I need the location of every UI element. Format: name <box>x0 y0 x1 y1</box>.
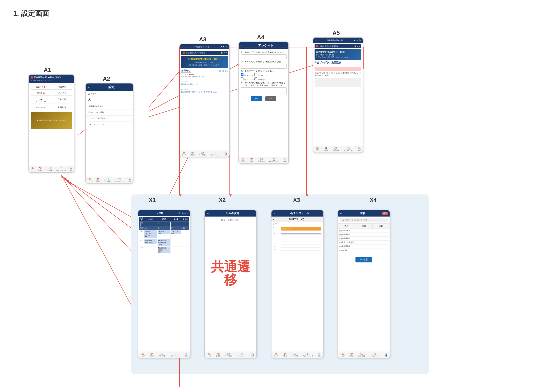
x1-date-nav-right[interactable]: › <box>188 212 188 214</box>
nav-schedule[interactable]: 📅詳程表 <box>250 158 253 163</box>
nav-now[interactable]: 💬只今の演題 <box>46 167 52 171</box>
x4-cat-name[interactable]: 氏名 <box>338 224 355 229</box>
a4-send-button[interactable]: 送信 <box>251 96 262 101</box>
x4-search-placeholder[interactable]: 検索ワードを入力してください <box>345 219 369 221</box>
nav-schedule[interactable]: 📅詳程表 <box>283 353 287 357</box>
a1-menu-item[interactable]: ブックマーク <box>31 105 51 110</box>
nav-top[interactable]: 🏠トップ <box>315 147 319 152</box>
a3-news-link[interactable]: 一覧はこちら <box>217 70 228 72</box>
a5-back-icon[interactable]: ← <box>315 39 318 42</box>
nav-my[interactable]: 📋Myスケジュール <box>115 178 124 182</box>
x1-date-nav-left[interactable]: ‹ <box>177 212 177 214</box>
nav-search[interactable]: 🔍検索 <box>224 152 227 156</box>
nav-schedule[interactable]: 📅詳程表 <box>324 147 328 152</box>
a4-q3-opt2[interactable]: かわらない <box>254 73 266 77</box>
a3-news-text-1[interactable]: 会議室の中込を開始しました。 <box>181 75 228 78</box>
nav-my[interactable]: 📋Myスケジュール <box>170 353 180 357</box>
nav-now[interactable]: 💬只今の演題 <box>258 158 265 163</box>
x4-tag-d[interactable]: (D)環境・衛系薬学 <box>338 240 390 245</box>
nav-top[interactable]: 🏠トップ <box>182 152 186 156</box>
a5-next-icon[interactable]: ► <box>356 39 358 41</box>
nav-now[interactable]: 💬只今の演題 <box>104 178 110 182</box>
x1-event[interactable]: 一般シンポAL/10 <box>158 230 170 234</box>
x3-event2[interactable] <box>281 233 321 234</box>
x1-back-icon[interactable]: ← <box>140 211 143 215</box>
nav-my[interactable]: 📋Myスケジュール <box>370 353 380 357</box>
nav-search[interactable]: 🔍検索 <box>283 158 286 163</box>
a1-menu-item[interactable]: 出展社一覧 <box>52 105 72 110</box>
x4-search-button[interactable]: 🔍 検索 <box>355 257 372 262</box>
nav-my[interactable]: 📋Myスケジュール <box>303 353 313 357</box>
a1-menu-item[interactable]: お知らせ <box>31 85 51 90</box>
nav-my[interactable]: 📋Myスケジュール <box>237 353 246 357</box>
nav-now[interactable]: 💬只今の演題 <box>292 353 298 357</box>
nav-now[interactable]: 💬只今の演題 <box>159 353 165 357</box>
nav-schedule[interactable]: 📅詳程表 <box>216 353 220 357</box>
x4-tag-a[interactable]: (A)化学系薬学 <box>338 229 390 233</box>
x4-tag-c[interactable]: (C)生物系薬学 <box>338 237 390 240</box>
x2-back-icon[interactable]: ← <box>207 212 209 215</box>
a2-back-icon[interactable]: ← <box>88 86 90 89</box>
x3-prev-date[interactable]: ‹ <box>273 218 274 221</box>
a4-q3-opt1[interactable]: 使いやすい <box>241 73 253 77</box>
nav-schedule[interactable]: 📅詳程表 <box>350 353 353 357</box>
x3-back-icon[interactable]: ← <box>273 212 276 215</box>
nav-search[interactable]: 🔍検索 <box>385 353 387 357</box>
a3-news-text-3[interactable]: 軽症傾向向け講演ハイライトを掲載しました。 <box>181 91 228 93</box>
a2-website-item[interactable]: 138年会 Webサイト › <box>86 103 133 109</box>
a4-q3-opt4[interactable]: わからない <box>254 77 266 81</box>
nav-top[interactable]: 🏠トップ <box>340 353 345 357</box>
x4-cat-title[interactable]: 演題 <box>372 224 390 229</box>
a2-survey-item[interactable]: アンケートのお願い › <box>86 109 133 115</box>
a4-q4-input[interactable] <box>241 87 287 94</box>
x4-back-icon[interactable]: ← <box>340 212 342 215</box>
x1-event[interactable]: 実践英語演習講演表 S小雨 5 <box>158 247 170 253</box>
nav-schedule[interactable]: 📅詳程表 <box>38 167 42 171</box>
a1-menu-item[interactable]: 会場案内 <box>52 85 72 90</box>
nav-search[interactable]: 🔍検索 <box>185 353 188 357</box>
x1-event[interactable]: 実践英語演習講演表 AL/15 <box>144 239 157 244</box>
a5-prev-icon[interactable]: ◄ <box>353 39 355 41</box>
nav-my[interactable]: 📋Myスケジュール <box>269 158 279 163</box>
a3-back-icon[interactable]: ← <box>181 45 184 48</box>
nav-schedule[interactable]: 📅詳程表 <box>96 178 100 182</box>
a5-refresh-icon[interactable]: ↻ <box>359 39 361 41</box>
a3-prev-icon[interactable]: ◄ <box>220 46 222 48</box>
a3-news-text-2[interactable]: 宿泊受付を開始しました。 <box>181 83 228 86</box>
a4-back-icon[interactable]: ← <box>241 44 244 48</box>
nav-schedule[interactable]: 📅詳程表 <box>190 152 194 156</box>
a3-refresh-icon[interactable]: ↻ <box>226 46 228 48</box>
nav-top[interactable]: 🏠トップ <box>88 178 92 182</box>
x1-event[interactable]: 実践英語演習講演表 AL/15小雨 5 <box>158 239 170 246</box>
nav-search[interactable]: 🔍検索 <box>358 147 360 152</box>
x3-event1[interactable]: 山田薬実 PL <box>281 227 321 230</box>
a2-errata-item[interactable]: プログラム集正誤表 › <box>86 115 133 122</box>
x4-tag-e[interactable]: (E)医療系薬学 <box>338 245 390 249</box>
nav-search[interactable]: 🔍検索 <box>318 353 320 357</box>
a3-next-icon[interactable]: ► <box>223 46 225 48</box>
nav-now[interactable]: 💬只今の演題 <box>199 152 206 156</box>
nav-top[interactable]: 🏠トップ <box>31 167 35 171</box>
a1-menu-item[interactable]: 只今の演題 <box>52 97 72 104</box>
x4-tag-f[interactable]: (F)その他 <box>338 249 390 252</box>
nav-top[interactable]: 🏠トップ <box>241 158 245 163</box>
nav-my[interactable]: 📋Myスケジュール <box>56 167 66 171</box>
x4-reset-button[interactable]: 履歴 <box>382 212 388 215</box>
nav-top[interactable]: 🏠トップ <box>141 353 145 357</box>
nav-top[interactable]: 🏠トップ <box>274 353 278 357</box>
x4-tag-b[interactable]: (B)物理系薬学 <box>338 233 390 237</box>
a2-fontsize-value[interactable]: 大 <box>86 97 133 103</box>
a4-q1-input[interactable] <box>241 54 287 59</box>
a1-menu-item[interactable]: 日程表 <box>31 91 51 96</box>
nav-now[interactable]: 💬只今の演題 <box>358 353 365 357</box>
a4-save-button[interactable]: 保存 <box>265 96 276 101</box>
nav-my[interactable]: 📋Myスケジュール <box>344 147 353 152</box>
x3-next-date[interactable]: › <box>320 218 321 221</box>
a4-q3-opt3[interactable]: 使いにくい <box>241 77 253 81</box>
x1-event[interactable]: 一般シンポM12 <box>171 230 181 234</box>
nav-search[interactable]: 🔍検索 <box>70 167 72 171</box>
a4-q2-input[interactable] <box>241 64 287 69</box>
nav-now[interactable]: 💬只今の演題 <box>225 353 232 357</box>
a1-menu-item[interactable]: プログラム <box>52 91 72 96</box>
nav-schedule[interactable]: 📅詳程表 <box>150 353 154 357</box>
